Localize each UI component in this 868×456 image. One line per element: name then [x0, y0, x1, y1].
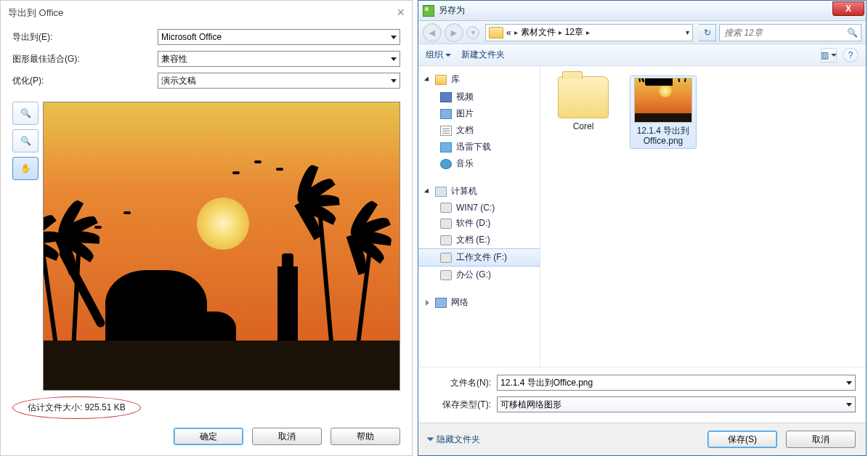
nav-forward-button[interactable]: ► — [445, 23, 463, 42]
zoom-out-button[interactable]: 🔍 — [12, 129, 38, 152]
nav-libraries[interactable]: 库 — [418, 70, 540, 89]
combo-best-fit[interactable]: 兼容性 — [158, 51, 400, 67]
nav-item-xunlei[interactable]: 迅雷下载 — [418, 139, 540, 155]
estimated-size: 估计文件大小: 925.51 KB — [12, 396, 141, 419]
nav-item-music[interactable]: 音乐 — [418, 155, 540, 172]
drive-icon — [440, 203, 452, 213]
ok-button[interactable]: 确定 — [174, 428, 243, 445]
preview-area: 🔍 🔍 ✋ — [1, 94, 412, 395]
nav-history-button[interactable]: ▾ — [466, 26, 479, 39]
nav-network[interactable]: 网络 — [418, 293, 540, 312]
crumb-seg1[interactable]: 素材文件 — [521, 26, 556, 38]
address-bar[interactable]: « ▸ 素材文件 ▸ 12章 ▸ ▾ — [485, 24, 693, 41]
explorer-toolbar: 组织 新建文件夹 ▥ ? — [418, 44, 866, 66]
refresh-button[interactable]: ↻ — [699, 24, 716, 41]
hand-icon: ✋ — [20, 163, 31, 174]
chevron-down-icon — [391, 57, 397, 61]
thumbnail-image — [634, 78, 692, 123]
preview-tools: 🔍 🔍 ✋ — [12, 102, 38, 391]
row-optimize: 优化(P): 演示文稿 — [12, 73, 400, 89]
nav-item-pictures[interactable]: 图片 — [418, 105, 540, 122]
filetype-dropdown[interactable]: 可移植网络图形 — [497, 396, 856, 412]
organize-menu[interactable]: 组织 — [426, 49, 451, 61]
music-icon — [440, 159, 452, 169]
save-as-titlebar: 另存为 X — [418, 1, 866, 21]
chevron-right-icon: ▸ — [514, 28, 518, 36]
zoom-in-button[interactable]: 🔍 — [12, 102, 38, 125]
zoom-in-icon: 🔍 — [20, 108, 31, 118]
chevron-down-icon — [831, 54, 837, 57]
row-filename: 文件名(N): 12.1.4 导出到Office.png — [429, 375, 856, 391]
nav-item-drive-e[interactable]: 文档 (E:) — [418, 232, 540, 248]
save-button[interactable]: 保存(S) — [707, 431, 777, 448]
save-buttons: 保存(S) 取消 — [707, 431, 856, 448]
chevron-down-icon — [445, 54, 451, 57]
nav-item-documents[interactable]: 文档 — [418, 122, 540, 139]
combo-export-to-value: Microsoft Office — [161, 32, 222, 42]
combo-best-fit-value: 兼容性 — [161, 53, 187, 65]
nav-item-drive-c[interactable]: WIN7 (C:) — [418, 200, 540, 215]
row-best-fit: 图形最佳适合(G): 兼容性 — [12, 51, 400, 67]
hand-tool-button[interactable]: ✋ — [12, 157, 38, 180]
combo-export-to[interactable]: Microsoft Office — [158, 29, 400, 45]
export-form: 导出到(E): Microsoft Office 图形最佳适合(G): 兼容性 … — [1, 25, 412, 94]
help-button[interactable]: 帮助 — [330, 428, 400, 445]
chevron-up-icon — [427, 438, 434, 441]
view-options-button[interactable]: ▥ — [821, 48, 837, 62]
search-input[interactable] — [723, 27, 847, 38]
nav-pane: 库 视频 图片 文档 迅雷下载 音乐 计算机 WIN7 (C:) 软件 (D:)… — [418, 66, 540, 367]
search-box[interactable]: 🔍 — [719, 24, 861, 41]
dialog-title: 导出到 Office — [8, 7, 63, 20]
bottom-bar: 隐藏文件夹 保存(S) 取消 — [418, 423, 866, 455]
item-file-export-png[interactable]: 12.1.4 导出到Office.png — [630, 76, 696, 148]
items-pane[interactable]: Corel 12.1.4 导出到Office.png — [540, 66, 866, 367]
app-icon — [423, 5, 434, 17]
folder-icon — [489, 27, 503, 38]
dialog-buttons: 确定 取消 帮助 — [1, 428, 412, 455]
item-folder-corel[interactable]: Corel — [551, 76, 616, 131]
label-filetype: 保存类型(T): — [429, 399, 491, 411]
chevron-down-icon — [391, 36, 397, 39]
preview-image[interactable] — [43, 102, 400, 391]
combo-optimize-value: 演示文稿 — [161, 75, 196, 87]
item-label: Corel — [573, 121, 594, 131]
close-icon[interactable]: × — [397, 5, 405, 20]
drive-icon — [440, 270, 452, 280]
new-folder-button[interactable]: 新建文件夹 — [461, 49, 505, 61]
filename-value: 12.1.4 导出到Office.png — [500, 377, 593, 389]
nav-back-button[interactable]: ◄ — [423, 23, 442, 42]
hide-folders-toggle[interactable]: 隐藏文件夹 — [429, 433, 480, 446]
cancel-button[interactable]: 取消 — [786, 431, 856, 448]
nav-bar: ◄ ► ▾ « ▸ 素材文件 ▸ 12章 ▸ ▾ ↻ 🔍 — [418, 21, 866, 44]
drive-icon — [440, 219, 452, 229]
nav-item-videos[interactable]: 视频 — [418, 89, 540, 105]
filename-field[interactable]: 12.1.4 导出到Office.png — [497, 375, 856, 391]
label-filename: 文件名(N): — [429, 377, 491, 389]
cancel-button[interactable]: 取消 — [252, 428, 322, 445]
search-icon[interactable]: 🔍 — [847, 28, 858, 38]
save-as-title: 另存为 — [439, 4, 465, 17]
chevron-down-icon[interactable] — [846, 381, 852, 385]
window-close-button[interactable]: X — [832, 1, 864, 16]
drive-icon — [440, 253, 452, 263]
crumb-prefix: « — [506, 28, 511, 38]
nav-item-drive-f[interactable]: 工作文件 (F:) — [418, 248, 540, 266]
nav-computer[interactable]: 计算机 — [418, 182, 540, 200]
row-filetype: 保存类型(T): 可移植网络图形 — [429, 396, 856, 412]
label-export-to: 导出到(E): — [12, 31, 158, 44]
save-as-dialog: 另存为 X ◄ ► ▾ « ▸ 素材文件 ▸ 12章 ▸ ▾ ↻ 🔍 组织 新建… — [418, 0, 867, 456]
help-icon[interactable]: ? — [843, 48, 859, 62]
network-icon — [435, 298, 447, 308]
row-export-to: 导出到(E): Microsoft Office — [12, 29, 400, 45]
combo-optimize[interactable]: 演示文稿 — [158, 73, 400, 89]
explorer-body: 库 视频 图片 文档 迅雷下载 音乐 计算机 WIN7 (C:) 软件 (D:)… — [418, 66, 866, 367]
save-form: 文件名(N): 12.1.4 导出到Office.png 保存类型(T): 可移… — [418, 367, 866, 423]
nav-item-drive-d[interactable]: 软件 (D:) — [418, 215, 540, 232]
chevron-down-icon[interactable]: ▾ — [686, 28, 689, 36]
computer-icon — [435, 187, 447, 197]
folder-icon — [558, 76, 609, 118]
label-best-fit: 图形最佳适合(G): — [12, 53, 158, 65]
nav-item-drive-g[interactable]: 办公 (G:) — [418, 266, 540, 283]
chevron-right-icon: ▸ — [586, 28, 590, 36]
crumb-seg2[interactable]: 12章 — [565, 26, 583, 38]
